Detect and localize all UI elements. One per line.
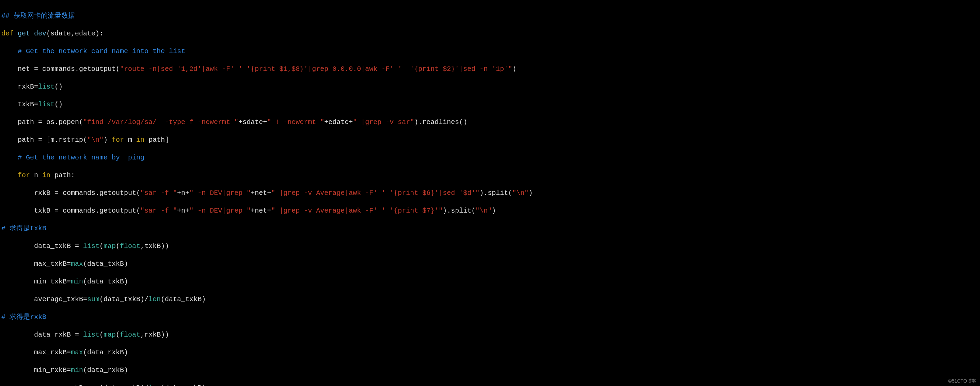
code-line: path = os.popen("find /var/log/sa/ -type… xyxy=(2,118,978,127)
code-text: (data_rxkB) xyxy=(83,349,128,356)
code-text: (data_rxkB) xyxy=(83,366,128,374)
keyword-def: def xyxy=(2,30,14,37)
code-line: # Get the network card name into the lis… xyxy=(2,47,978,56)
string: "\n" xyxy=(512,189,528,197)
string: " -n DEV|grep " xyxy=(189,207,251,215)
string: "\n" xyxy=(87,136,103,144)
code-text: max_txkB= xyxy=(2,260,71,268)
builtin: float xyxy=(120,242,140,250)
string: " |grep -v sar" xyxy=(353,118,414,126)
keyword-in: in xyxy=(42,171,50,179)
code-text: (data_txkB) xyxy=(161,295,206,303)
code-text: () xyxy=(54,83,63,91)
builtin: len xyxy=(148,384,161,386)
builtin: min xyxy=(71,366,83,374)
string: "sar -f " xyxy=(140,207,177,215)
code-text: ) xyxy=(103,136,112,144)
code-text: ,rxkB)) xyxy=(140,331,169,339)
code-line: def get_dev(sdate,edate): xyxy=(2,29,978,38)
code-line: rxkB=list() xyxy=(2,83,978,91)
code-line: # Get the network name by ping xyxy=(2,153,978,162)
comment: # 求得是rxkB xyxy=(2,313,46,321)
code-text: ( xyxy=(99,331,103,339)
comment: # Get the network card name into the lis… xyxy=(2,47,185,55)
code-text: () xyxy=(54,100,63,108)
builtin: map xyxy=(103,331,116,339)
string: "route -n|sed '1,2d'|awk -F' ' '{print $… xyxy=(120,65,512,73)
code-text: average_txkB= xyxy=(2,295,87,303)
code-text: +n+ xyxy=(177,189,189,197)
code-text: (data_rxkB) xyxy=(161,384,206,386)
code-text: txkB = commands.getoutput( xyxy=(2,207,140,215)
code-line: min_rxkB=min(data_rxkB) xyxy=(2,366,978,375)
code-text: ( xyxy=(116,242,120,250)
code-text: rxkB = commands.getoutput( xyxy=(2,189,140,197)
code-text: ) xyxy=(492,207,496,215)
builtin: max xyxy=(71,260,83,268)
code-text: txkB= xyxy=(2,100,38,108)
keyword-in: in xyxy=(136,136,145,144)
code-text: +sdate+ xyxy=(239,118,267,126)
code-text: max_rxkB= xyxy=(2,349,71,356)
code-text: +net+ xyxy=(251,207,271,215)
code-line: data_rxkB = list(map(float,rxkB)) xyxy=(2,330,978,339)
code-text: path] xyxy=(145,136,169,144)
code-line: average_rxkB=sum(data_rxkB)/len(data_rxk… xyxy=(2,384,978,386)
keyword-for: for xyxy=(18,171,30,179)
code-text: (data_rxkB)/ xyxy=(99,384,148,386)
code-text: min_txkB= xyxy=(2,278,71,286)
code-text: +edate+ xyxy=(324,118,353,126)
string: " |grep -v Average|awk -F' ' '{print $7}… xyxy=(271,207,443,215)
code-text: (data_txkB) xyxy=(83,278,128,286)
builtin: sum xyxy=(87,295,99,303)
code-text: data_txkB = xyxy=(2,242,83,250)
code-line: ## 获取网卡的流量数据 xyxy=(2,11,978,21)
func-name: get_dev xyxy=(14,30,46,37)
code-text: (data_txkB) xyxy=(83,260,128,268)
code-text: net = commands.getoutput( xyxy=(2,65,120,73)
comment: ## 获取网卡的流量数据 xyxy=(2,12,75,20)
string: "find /var/log/sa/ -type f -newermt " xyxy=(83,118,239,126)
code-text: ).readlines() xyxy=(414,118,467,126)
code-text: path = os.popen( xyxy=(2,118,83,126)
code-line: txkB=list() xyxy=(2,100,978,109)
comment: # 求得是txkB xyxy=(2,225,46,232)
code-line: min_txkB=min(data_txkB) xyxy=(2,278,978,286)
code-text: path: xyxy=(50,171,75,179)
builtin: max xyxy=(71,349,83,356)
string: " |grep -v Average|awk -F' ' '{print $6}… xyxy=(271,189,479,197)
code-line: # 求得是rxkB xyxy=(2,313,978,322)
code-text: ) xyxy=(512,65,516,73)
code-text: +n+ xyxy=(177,207,189,215)
code-text: min_rxkB= xyxy=(2,366,71,374)
code-text: ,txkB)) xyxy=(140,242,169,250)
code-block: ## 获取网卡的流量数据 def get_dev(sdate,edate): #… xyxy=(0,0,980,386)
code-text: data_rxkB = xyxy=(2,331,83,339)
code-text: n xyxy=(30,171,42,179)
code-line: path = [m.rstrip("\n") for m in path] xyxy=(2,136,978,144)
builtin: sum xyxy=(87,384,99,386)
code-line: max_txkB=max(data_txkB) xyxy=(2,260,978,268)
builtin: map xyxy=(103,242,116,250)
code-text: ( xyxy=(99,242,103,250)
code-line: rxkB = commands.getoutput("sar -f "+n+" … xyxy=(2,189,978,198)
builtin: list xyxy=(38,83,54,91)
code-text: path = [m.rstrip( xyxy=(2,136,87,144)
keyword-for: for xyxy=(112,136,124,144)
string: " -n DEV|grep " xyxy=(189,189,251,197)
comment: # Get the network name by ping xyxy=(2,154,145,161)
builtin: list xyxy=(83,242,99,250)
string: "\n" xyxy=(476,207,492,215)
builtin: min xyxy=(71,278,83,286)
code-text: m xyxy=(124,136,136,144)
code-text: (data_txkB)/ xyxy=(99,295,148,303)
code-text: rxkB= xyxy=(2,83,38,91)
code-line: # 求得是txkB xyxy=(2,224,978,233)
code-text xyxy=(2,171,18,179)
code-text: ) xyxy=(528,189,533,197)
watermark-text: ©51CTO博客 xyxy=(948,378,977,384)
code-line: data_txkB = list(map(float,txkB)) xyxy=(2,242,978,251)
string: "sar -f " xyxy=(140,189,177,197)
code-line: max_rxkB=max(data_rxkB) xyxy=(2,348,978,357)
code-line: average_txkB=sum(data_txkB)/len(data_txk… xyxy=(2,295,978,304)
